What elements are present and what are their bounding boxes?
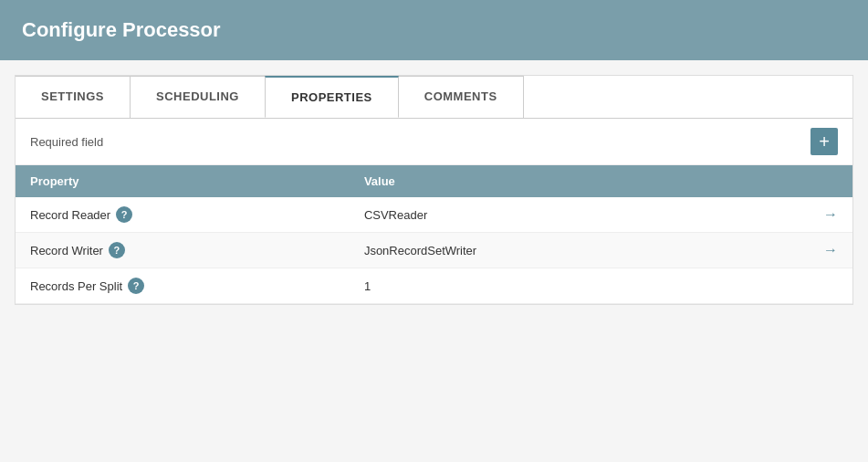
- record-writer-help-icon[interactable]: ?: [109, 242, 125, 258]
- value-cell[interactable]: CSVReader: [350, 197, 809, 233]
- value-cell[interactable]: 1: [350, 268, 809, 304]
- table-row: Record Reader ? CSVReader →: [16, 197, 852, 233]
- plus-icon: +: [819, 131, 830, 152]
- tab-settings[interactable]: SETTINGS: [16, 76, 131, 118]
- record-writer-label: Record Writer: [30, 244, 103, 257]
- required-field-label: Required field: [30, 135, 103, 149]
- tab-comments[interactable]: COMMENTS: [398, 76, 524, 118]
- required-field-row: Required field +: [16, 119, 852, 165]
- records-per-split-label: Records Per Split: [30, 279, 122, 293]
- action-cell: →: [809, 233, 852, 268]
- record-reader-arrow-icon[interactable]: →: [823, 206, 838, 222]
- table-row: Records Per Split ? 1: [16, 268, 852, 304]
- tab-scheduling[interactable]: SCHEDULING: [130, 76, 266, 118]
- property-cell: Record Writer ?: [16, 233, 350, 268]
- tab-comments-label: COMMENTS: [424, 89, 497, 103]
- tab-properties-label: PROPERTIES: [291, 90, 372, 104]
- add-property-button[interactable]: +: [810, 128, 838, 155]
- tab-settings-label: SETTINGS: [41, 89, 104, 103]
- tab-properties[interactable]: PROPERTIES: [265, 76, 399, 118]
- table-header-row: Property Value: [16, 165, 852, 197]
- property-column-header: Property: [16, 165, 350, 197]
- property-cell: Record Reader ?: [16, 197, 350, 233]
- tabs-container: SETTINGS SCHEDULING PROPERTIES COMMENTS: [16, 76, 852, 119]
- records-per-split-help-icon[interactable]: ?: [128, 278, 144, 294]
- header: Configure Processor: [0, 0, 868, 60]
- page-title: Configure Processor: [22, 18, 221, 41]
- action-cell: [809, 268, 852, 304]
- action-cell: →: [809, 197, 852, 233]
- main-content: SETTINGS SCHEDULING PROPERTIES COMMENTS …: [15, 75, 853, 305]
- value-column-header: Value: [350, 165, 809, 197]
- tab-scheduling-label: SCHEDULING: [156, 89, 239, 103]
- value-cell[interactable]: JsonRecordSetWriter: [350, 233, 809, 268]
- action-column-header: [809, 165, 852, 197]
- record-reader-label: Record Reader: [30, 208, 110, 222]
- properties-table: Property Value Record Reader ? CSVReader: [16, 165, 852, 304]
- record-reader-help-icon[interactable]: ?: [116, 206, 132, 223]
- record-writer-arrow-icon[interactable]: →: [823, 242, 838, 257]
- table-row: Record Writer ? JsonRecordSetWriter →: [16, 233, 852, 268]
- property-cell: Records Per Split ?: [16, 268, 350, 304]
